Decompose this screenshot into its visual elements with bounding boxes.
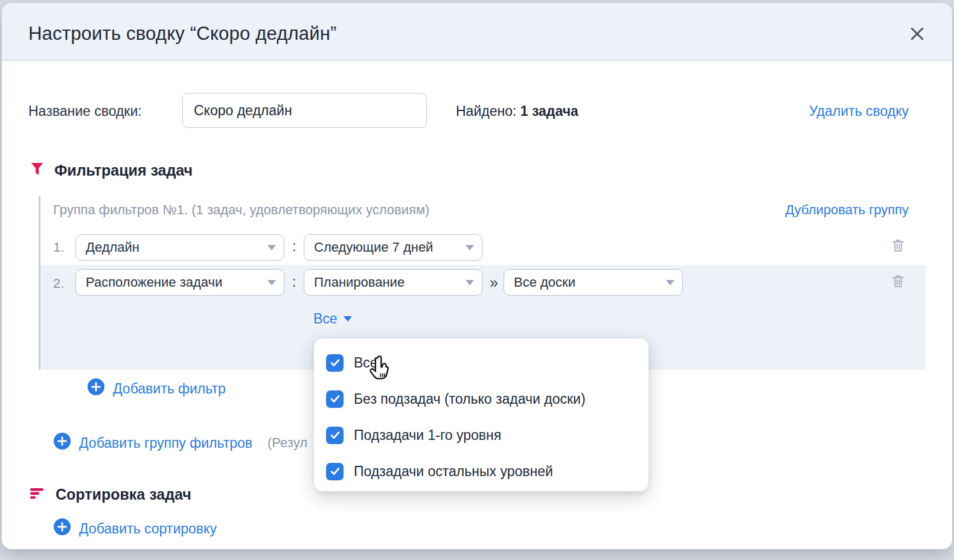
add-filter-group-button[interactable]: Добавить группу фильтров	[54, 433, 252, 453]
filter-field-value: Дедлайн	[86, 240, 139, 255]
duplicate-group-link[interactable]: Дублировать группу	[785, 202, 909, 218]
found-count: Найдено: 1 задача	[456, 103, 578, 119]
separator-colon: :	[292, 238, 296, 255]
separator-colon: :	[292, 274, 296, 290]
board-select[interactable]: Все доски	[504, 269, 683, 296]
caret-down-icon	[344, 316, 352, 322]
filter-field-value: Расположение задачи	[86, 275, 222, 290]
hand-cursor	[368, 355, 394, 385]
chevron-down-icon	[267, 280, 276, 285]
checkbox-checked[interactable]	[326, 354, 344, 372]
option-label: Подзадачи остальных уровней	[354, 463, 553, 480]
filter-row-number: 2.	[53, 276, 64, 291]
filter-value-text: Следующие 7 дней	[314, 240, 433, 255]
add-sort-label: Добавить сортировку	[79, 521, 217, 537]
filter-funnel-icon	[30, 161, 45, 179]
trash-icon	[890, 247, 906, 256]
subtask-filter-button[interactable]: Все	[313, 311, 352, 327]
filter-value-select[interactable]: Планирование	[304, 269, 482, 296]
delete-filter-button[interactable]	[889, 237, 906, 255]
dropdown-option-all[interactable]: Все	[314, 345, 648, 381]
filter-section-title: Фильтрация задач	[54, 162, 193, 179]
checkbox-checked[interactable]	[326, 463, 344, 480]
dropdown-option-level1-subtasks[interactable]: Подзадачи 1-го уровня	[314, 417, 648, 453]
plus-circle-icon	[88, 378, 104, 399]
chevron-down-icon	[466, 245, 474, 250]
board-select-value: Все доски	[514, 275, 575, 290]
add-group-result-note: (Резул	[267, 435, 307, 451]
filter-row-number: 1.	[53, 240, 64, 255]
filter-field-select[interactable]: Расположение задачи	[75, 269, 284, 296]
sort-bars-icon	[30, 486, 46, 503]
sort-section-title: Сортировка задач	[56, 486, 191, 503]
chevron-down-icon	[466, 280, 474, 285]
dropdown-option-other-subtasks[interactable]: Подзадачи остальных уровней	[314, 453, 648, 489]
option-label: Подзадачи 1-го уровня	[354, 427, 501, 444]
add-filter-group-label: Добавить группу фильтров	[79, 435, 252, 451]
summary-name-label: Название сводки:	[28, 103, 142, 119]
filter-group-header: Группа фильтров №1. (1 задач, удовлетвор…	[53, 202, 429, 218]
sort-section-header: Сортировка задач	[30, 486, 191, 503]
delete-filter-button[interactable]	[889, 273, 906, 291]
dropdown-option-no-subtasks[interactable]: Без подзадач (только задачи доски)	[314, 381, 648, 417]
filter-field-select[interactable]: Дедлайн	[75, 234, 284, 261]
close-button[interactable]	[906, 24, 928, 45]
chevron-down-icon	[267, 245, 276, 250]
found-value: 1 задача	[520, 103, 578, 119]
checkbox-checked[interactable]	[326, 427, 344, 444]
subtask-filter-dropdown: Все Без подзадач (только задачи доски) П…	[314, 339, 648, 491]
filter-value-select[interactable]: Следующие 7 дней	[304, 234, 482, 261]
trash-icon	[890, 282, 906, 291]
filter-value-text: Планирование	[314, 275, 405, 290]
option-label: Без подзадач (только задачи доски)	[354, 391, 586, 407]
summary-name-input[interactable]	[182, 93, 427, 128]
checkbox-checked[interactable]	[326, 390, 344, 408]
configure-summary-modal: Настроить сводку “Скоро дедлайн” Названи…	[2, 3, 952, 549]
filter-section-header: Фильтрация задач	[30, 161, 193, 179]
add-filter-label: Добавить фильтр	[113, 381, 226, 397]
add-filter-button[interactable]: Добавить фильтр	[88, 378, 226, 399]
close-icon	[908, 25, 926, 45]
separator-chevron: »	[490, 274, 498, 291]
chevron-down-icon	[666, 280, 674, 285]
subtask-filter-label: Все	[313, 311, 338, 327]
plus-circle-icon	[54, 433, 71, 453]
found-label: Найдено:	[456, 103, 516, 119]
delete-summary-link[interactable]: Удалить сводку	[809, 103, 909, 119]
plus-circle-icon	[54, 518, 71, 539]
add-sort-button[interactable]: Добавить сортировку	[54, 518, 217, 539]
modal-title: Настроить сводку “Скоро дедлайн”	[28, 23, 337, 45]
